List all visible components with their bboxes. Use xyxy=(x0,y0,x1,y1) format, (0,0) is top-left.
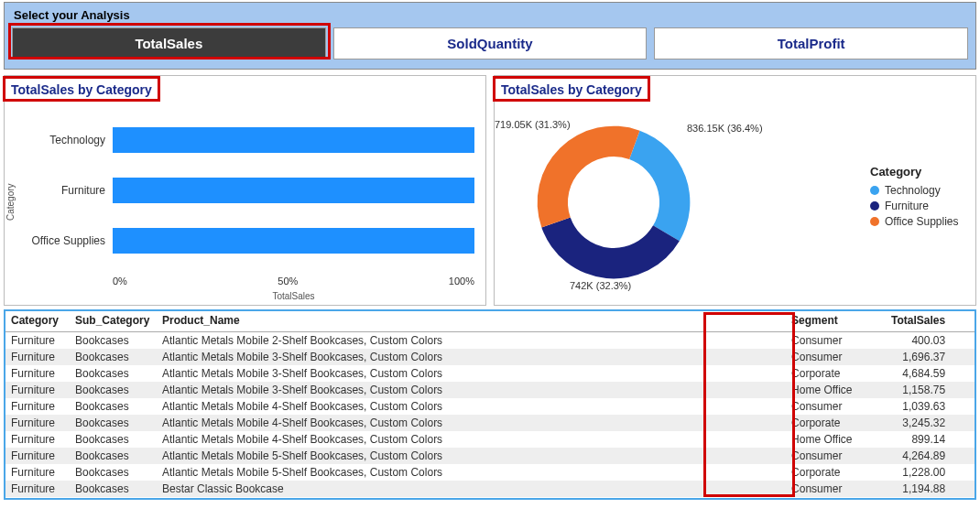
table-cell: 1,194.88 xyxy=(868,481,951,497)
table-cell: Bookcases xyxy=(70,481,157,497)
table-cell: Home Office xyxy=(786,382,868,398)
table-cell: Atlantic Metals Mobile 4-Shelf Bookcases… xyxy=(157,398,786,415)
table-cell: Bestar Classic Bookcase xyxy=(157,481,786,497)
legend-item-office-supplies[interactable]: Office Supplies xyxy=(870,215,959,228)
table-cell: Bookcases xyxy=(70,398,157,415)
slicer-title: Select your Analysis xyxy=(12,6,968,27)
table-row[interactable]: FurnitureBookcasesAtlantic Metals Mobile… xyxy=(5,382,975,398)
table-cell: 1,039.63 xyxy=(868,398,951,415)
table-cell: Bookcases xyxy=(70,464,157,481)
col-header-totalsales[interactable]: TotalSales xyxy=(868,311,951,332)
legend-label: Office Supplies xyxy=(885,215,959,228)
table-cell: Consumer xyxy=(786,448,868,464)
table-cell: Atlantic Metals Mobile 3-Shelf Bookcases… xyxy=(157,382,786,398)
table-cell: Bookcases xyxy=(70,349,157,365)
table-cell: Bookcases xyxy=(70,415,157,431)
legend-title: Category xyxy=(870,165,959,178)
table-cell: Furniture xyxy=(5,464,70,481)
table-row[interactable]: FurnitureBookcasesAtlantic Metals Mobile… xyxy=(5,398,975,415)
table-cell: 400.03 xyxy=(868,332,951,350)
analysis-slicer-panel: Select your Analysis TotalSales SoldQuan… xyxy=(4,2,976,70)
col-header-category[interactable]: Category xyxy=(5,311,70,332)
bar-cat-office-supplies: Office Supplies xyxy=(16,234,105,247)
bar-y-axis-label: Category xyxy=(5,102,16,276)
legend-dot-icon xyxy=(870,186,879,195)
bar-category-labels: Technology Furniture Office Supplies xyxy=(16,102,113,276)
donut-svg-wrap: 836.15K (36.4%) 742K (32.3%) 719.05K (31… xyxy=(504,106,760,289)
legend-label: Furniture xyxy=(885,200,929,212)
table-cell: Furniture xyxy=(5,382,70,398)
slicer-option-totalsales[interactable]: TotalSales xyxy=(12,27,326,59)
table-cell: Home Office xyxy=(786,431,868,448)
bar-office-supplies[interactable] xyxy=(113,228,474,254)
table-row[interactable]: FurnitureBookcasesAtlantic Metals Mobile… xyxy=(5,431,975,448)
table-cell: Bookcases xyxy=(70,332,157,350)
data-table[interactable]: Category Sub_Category Product_Name Segme… xyxy=(4,309,976,500)
donut-chart-card: TotalSales by Category 836.15K (36.4%) 7… xyxy=(494,75,976,306)
table-cell: 899.14 xyxy=(868,431,951,448)
table-cell: Furniture xyxy=(5,332,70,350)
table-row[interactable]: FurnitureBookcasesAtlantic Metals Mobile… xyxy=(5,365,975,382)
table-cell: Atlantic Metals Mobile 3-Shelf Bookcases… xyxy=(157,349,786,365)
donut-slice-office-supplies[interactable] xyxy=(538,126,640,228)
table-cell: 3,245.32 xyxy=(868,415,951,431)
table-cell: Consumer xyxy=(786,398,868,415)
table-cell: Furniture xyxy=(5,415,70,431)
donut-legend: Category Technology Furniture Office Sup… xyxy=(870,165,959,231)
table-cell: Furniture xyxy=(5,448,70,464)
table-row[interactable]: FurnitureBookcasesAtlantic Metals Mobile… xyxy=(5,349,975,365)
table-cell: Furniture xyxy=(5,497,70,500)
table-cell: 1,696.37 xyxy=(868,349,951,365)
table-cell: 1,158.75 xyxy=(868,382,951,398)
bar-cat-technology: Technology xyxy=(16,134,105,146)
table-cell: Bookcases xyxy=(70,497,157,500)
table-cell: Furniture xyxy=(5,349,70,365)
table-row[interactable]: FurnitureBookcasesAtlantic Metals Mobile… xyxy=(5,332,975,350)
table-cell: Furniture xyxy=(5,365,70,382)
bar-chart-card: TotalSales by Category Category Technolo… xyxy=(4,75,486,306)
table-cell: Atlantic Metals Mobile 3-Shelf Bookcases… xyxy=(157,365,786,382)
bar-x-axis: 0% 50% 100% xyxy=(113,276,474,287)
table-row[interactable]: FurnitureBookcasesAtlantic Metals Mobile… xyxy=(5,448,975,464)
table-cell: Bookcases xyxy=(70,448,157,464)
donut-label-technology: 836.15K (36.4%) xyxy=(687,123,763,134)
table-header-row: Category Sub_Category Product_Name Segme… xyxy=(5,311,975,332)
col-header-segment[interactable]: Segment xyxy=(786,311,868,332)
table-cell: Corporate xyxy=(786,365,868,382)
donut-svg xyxy=(504,106,760,289)
table-cell: 4,264.89 xyxy=(868,448,951,464)
bar-furniture[interactable] xyxy=(113,178,474,203)
table-cell: Atlantic Metals Mobile 5-Shelf Bookcases… xyxy=(157,464,786,481)
table-cell: Atlantic Metals Mobile 4-Shelf Bookcases… xyxy=(157,415,786,431)
bar-cat-furniture: Furniture xyxy=(16,184,105,197)
legend-item-technology[interactable]: Technology xyxy=(870,184,959,197)
table-row[interactable]: FurnitureBookcasesAtlantic Metals Mobile… xyxy=(5,415,975,431)
bar-technology[interactable] xyxy=(113,127,474,153)
legend-item-furniture[interactable]: Furniture xyxy=(870,200,959,212)
table-cell: Consumer xyxy=(786,481,868,497)
donut-slice-technology[interactable] xyxy=(629,131,690,242)
slicer-option-soldquantity[interactable]: SoldQuantity xyxy=(333,27,648,59)
col-header-product-name[interactable]: Product_Name xyxy=(157,311,786,332)
table-cell: Corporate xyxy=(786,464,868,481)
bar-plot-area: 0% 50% 100% TotalSales xyxy=(113,102,474,276)
table-cell: Corporate xyxy=(786,497,868,500)
slicer-option-totalprofit[interactable]: TotalProfit xyxy=(654,27,968,59)
col-header-subcategory[interactable]: Sub_Category xyxy=(70,311,157,332)
table-cell: Consumer xyxy=(786,349,868,365)
table-cell: Atlantic Metals Mobile 5-Shelf Bookcases… xyxy=(157,448,786,464)
donut-label-furniture: 742K (32.3%) xyxy=(570,280,631,291)
donut-chart-title: TotalSales by Category xyxy=(493,76,650,102)
table-cell: 702.93 xyxy=(868,497,951,500)
table-cell: 4,684.59 xyxy=(868,365,951,382)
table-cell: Furniture xyxy=(5,398,70,415)
table-row[interactable]: FurnitureBookcasesBestar Classic Bookcas… xyxy=(5,481,975,497)
legend-dot-icon xyxy=(870,217,879,226)
legend-dot-icon xyxy=(870,201,879,211)
table-cell: Atlantic Metals Mobile 4-Shelf Bookcases… xyxy=(157,431,786,448)
table-row[interactable]: FurnitureBookcasesBestar Classic Bookcas… xyxy=(5,497,975,500)
table-cell: Consumer xyxy=(786,332,868,350)
table-cell: Bookcases xyxy=(70,382,157,398)
legend-label: Technology xyxy=(885,184,941,197)
table-row[interactable]: FurnitureBookcasesAtlantic Metals Mobile… xyxy=(5,464,975,481)
